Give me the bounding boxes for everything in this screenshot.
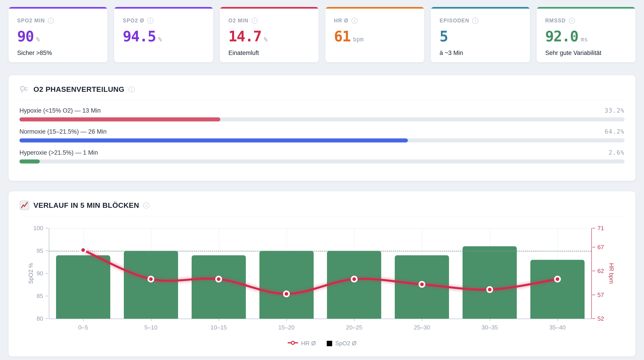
divider [20,100,624,100]
hr-point [217,277,220,281]
card-unit: % [264,36,268,43]
phase-label: Hyperoxie (>21.5%) — 1 Min [20,149,98,156]
card-value: 90 [17,29,34,44]
right-axis-tick [592,295,595,295]
card-accent-bar [114,7,213,9]
left-axis-tick [46,318,48,319]
left-axis-tick-label: 100 [34,225,43,232]
stat-card: HR Ø i 61 bpm [325,7,424,62]
o2-phase-row: Hypoxie (<15% O2) — 13 Min 33.2% [20,107,624,121]
o2-phase-panel: O2 PHASENVERTEILUNG i Hypoxie (<15% O2) … [8,75,636,181]
card-accent-bar [431,7,530,9]
o2-rows: Hypoxie (<15% O2) — 13 Min 33.2% Normoxi… [20,107,624,164]
left-axis-tick [46,296,48,296]
right-axis-tick [592,247,595,247]
chart-panel-title: VERLAUF IN 5 MIN BLÖCKEN [34,201,139,210]
info-icon[interactable]: i [252,18,258,24]
kpi-cards-row: SPO2 MIN i 90 % Sicher >85% SPO2 Ø i 94.… [8,7,636,62]
right-axis-tick-label: 67 [598,244,604,251]
phase-progress-fill [20,159,40,164]
x-tick-label: 20–25 [346,324,362,331]
card-note: à ~3 Min [440,50,521,57]
right-axis-tick-label: 57 [598,291,604,298]
chart-legend: HR Ø SpO2 Ø [20,340,624,347]
phase-label: Normoxie (15–21.5%) — 26 Min [20,128,107,135]
left-axis-tick [46,228,48,228]
card-unit: % [158,36,162,43]
hr-point [352,277,356,281]
left-axis-tick-label: 90 [36,270,43,277]
card-value: 14.7 [228,29,262,44]
right-axis-tick [592,318,595,319]
card-note: Sicher >85% [17,50,99,57]
x-tick [354,319,354,321]
dashboard: SPO2 MIN i 90 % Sicher >85% SPO2 Ø i 94.… [0,0,644,356]
card-unit: % [36,36,40,43]
x-tick [422,319,422,321]
hr-point [149,277,153,281]
left-axis-tick-label: 95 [36,247,43,254]
phase-progress-fill [20,117,220,121]
exhale-icon [20,84,30,94]
card-unit: bpm [353,36,364,43]
card-title: O2 MIN [228,18,248,24]
x-tick-label: 15–20 [278,324,294,331]
right-axis-tick-label: 52 [598,315,604,322]
hr-line [83,250,558,294]
stat-card: SPO2 Ø i 94.5 % [114,7,213,62]
right-axis-title: HR bpm [608,263,615,284]
x-tick-label: 25–30 [414,324,430,331]
o2-panel-title: O2 PHASENVERTEILUNG [34,85,124,94]
info-icon[interactable]: i [128,86,135,93]
card-value: 94.5 [123,29,156,44]
card-value: 5 [440,29,448,44]
right-axis-tick [592,271,595,271]
hr-line-layer [49,228,591,319]
card-value: 92.0 [545,29,578,44]
left-axis-title: SpO2 % [28,263,34,284]
o2-phase-row: Normoxie (15–21.5%) — 26 Min 64.2% [20,128,624,142]
legend-label: SpO2 Ø [335,340,356,347]
info-icon[interactable]: i [143,202,149,208]
left-axis-tick-label: 80 [36,315,43,322]
card-accent-bar [220,7,318,9]
card-accent-bar [537,7,636,9]
x-tick-label: 5–10 [144,324,158,331]
info-icon[interactable]: i [569,18,575,24]
card-title: SPO2 Ø [123,18,144,24]
hr-point [488,288,492,291]
x-tick-label: 10–15 [210,324,227,331]
line-marker-icon [288,340,298,347]
left-axis-tick-label: 85 [36,293,43,300]
x-tick [490,319,490,321]
trend-chart-panel: VERLAUF IN 5 MIN BLÖCKEN i SpO2 % 0–55–1… [8,191,636,356]
card-value: 61 [334,29,350,44]
phase-progress-track [20,138,624,142]
right-axis-tick-label: 71 [598,225,604,232]
info-icon[interactable]: i [147,18,154,24]
x-tick [219,319,219,321]
phase-percent: 64.2% [605,128,624,135]
stat-card: EPISODEN i 5 à ~3 Min [431,7,530,62]
legend-item-hr[interactable]: HR Ø [288,340,316,347]
hr-point [556,277,559,281]
info-icon[interactable]: i [472,18,478,24]
stat-card: O2 MIN i 14.7 % Einatemluft [220,7,319,62]
card-title: RMSSD [545,18,566,24]
card-title: EPISODEN [440,18,469,24]
info-icon[interactable]: i [48,18,54,24]
card-title: HR Ø [334,18,348,24]
x-tick-label: 0–5 [78,324,88,331]
chart-zone: SpO2 % 0–55–1010–1515–2020–2525–3030–353… [20,228,624,319]
hr-point [420,282,424,286]
left-axis-tick [46,251,48,251]
right-axis-tick [592,228,595,228]
legend-item-spo2[interactable]: SpO2 Ø [327,340,356,347]
info-icon[interactable]: i [352,18,358,24]
phase-progress-fill [20,138,408,142]
legend-label: HR Ø [301,340,316,347]
square-marker-icon [327,341,332,346]
phase-progress-track [20,159,624,164]
x-tick [558,319,558,321]
phase-label: Hypoxie (<15% O2) — 13 Min [20,107,100,114]
